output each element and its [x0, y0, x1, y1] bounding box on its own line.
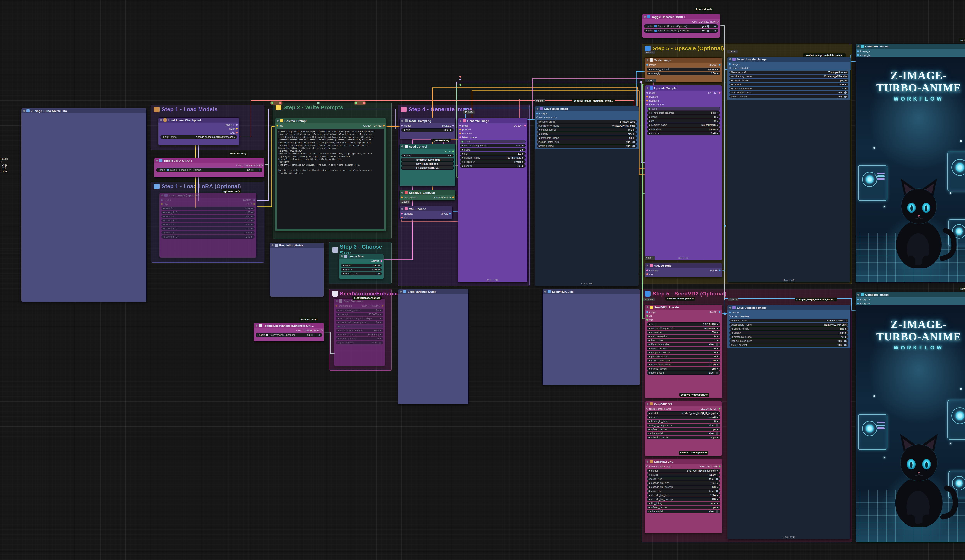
node-generate-image[interactable]: Generate ImagemodelLATENTpositivenegativ…	[458, 118, 528, 282]
port-dot[interactable]	[719, 92, 721, 94]
decrement-arrow[interactable]: ◀	[648, 364, 650, 366]
increment-arrow[interactable]: ▶	[717, 360, 718, 362]
widget-1012319283117557[interactable]: ♻ 1012319283117557	[401, 166, 453, 170]
widget-cache-model[interactable]: cache_modelfalse	[647, 432, 720, 435]
widget-new-fixed-random[interactable]: New Fixed Random	[401, 162, 453, 166]
decrement-arrow[interactable]: ◀	[163, 216, 165, 217]
increment-arrow[interactable]: ▶	[380, 338, 381, 340]
port-dot[interactable]	[646, 319, 648, 321]
decrement-arrow[interactable]: ◀	[648, 72, 650, 74]
toggle-dot[interactable]	[844, 344, 847, 346]
collapse-dot[interactable]	[536, 108, 538, 109]
node-lora-stack[interactable]: LoRA Stack (Optional)modelMODELclipCLIP◀…	[159, 193, 257, 258]
node-header[interactable]: Generate Image	[458, 118, 527, 123]
widget-n-noise-on-beginning-steps[interactable]: ◀n ... noise on beginning steps▶	[336, 317, 383, 320]
output-port-opt-connection[interactable]: OPT_CONNECTION	[296, 329, 323, 332]
port-dot[interactable]	[382, 305, 384, 307]
port-dot[interactable]	[261, 165, 263, 167]
output-port-model[interactable]: MODEL	[243, 199, 255, 202]
note-seed-variance-guide[interactable]: Seed Variance Guide	[398, 289, 469, 405]
decrement-arrow[interactable]: ◀	[338, 322, 339, 323]
collapse-dot[interactable]	[255, 325, 257, 327]
increment-arrow[interactable]: ▶	[378, 273, 380, 274]
port-dot[interactable]	[719, 64, 721, 66]
node-compare-images-top[interactable]: Compare Imagesimage_aimage_b Z-IMAGE- TU…	[855, 44, 965, 282]
port-dot[interactable]	[161, 203, 163, 205]
node-toggle-lora[interactable]: Toggle LoRA ON/OFFOPT_CONNECTIONEnableSt…	[154, 158, 264, 178]
input-port-images[interactable]: images	[536, 112, 547, 115]
collapse-dot[interactable]	[460, 120, 461, 122]
decrement-arrow[interactable]: ◀	[648, 68, 650, 70]
output-port-latent[interactable]: LATENT	[514, 124, 526, 127]
widget-model[interactable]: ◀modelseedvr2_ema_3b-Q4_K_M.gguf▶	[647, 411, 720, 415]
port-dot[interactable]	[646, 269, 648, 271]
output-port-model[interactable]: MODEL	[226, 124, 238, 126]
input-port-torch-compile-args[interactable]: torch_compile_args	[646, 465, 671, 468]
toggle-dot[interactable]	[311, 334, 313, 336]
toggle-dot[interactable]	[844, 96, 847, 98]
output-port-latent[interactable]: LATENT	[370, 260, 382, 263]
widget-blocks-to-swap[interactable]: ◀blocks_to_swap0▶	[647, 420, 720, 423]
decrement-arrow[interactable]: ◀	[343, 273, 344, 274]
decrement-arrow[interactable]: ◀	[338, 330, 339, 331]
node-seedvr2-vae[interactable]: SeedVR2 VAEtorch_compile_argsSEEDVR2_VAE…	[644, 459, 722, 533]
increment-arrow[interactable]: ▶	[450, 155, 452, 157]
node-header[interactable]: Save Upscaled Image	[728, 57, 851, 62]
widget-encode-tiled[interactable]: encode_tiledtrue	[647, 477, 720, 481]
port-dot[interactable]	[236, 132, 238, 134]
node-save-seedvr2-image[interactable]: Save Upscaled Imageimagesextra_metadataf…	[727, 305, 851, 539]
output-port-conditioning[interactable]: CONDITIONING	[432, 196, 454, 199]
widget-include-batch-num[interactable]: include_batch_numtrue	[729, 91, 849, 95]
widget-lora-02[interactable]: ◀lora_02None▶	[161, 215, 255, 218]
decrement-arrow[interactable]: ◀	[163, 212, 165, 214]
widget-seed[interactable]: seed	[336, 325, 383, 328]
widget-randomize-percent[interactable]: ◀randomize_percent30▶	[336, 309, 383, 312]
widget-batch-size[interactable]: ◀batch_size1▶	[647, 339, 720, 342]
increment-arrow[interactable]: ▶	[845, 332, 847, 334]
port-dot[interactable]	[253, 203, 255, 205]
output-port-image[interactable]: IMAGE	[710, 64, 721, 66]
collapse-dot[interactable]	[646, 306, 648, 308]
widget-seed[interactable]: seed	[460, 140, 525, 144]
port-dot[interactable]	[719, 465, 721, 467]
toggle-dot[interactable]	[716, 372, 718, 374]
node-seedvr2-upscale[interactable]: SeedVR2 UpscaleimageIMAGEditvae◀seed2582…	[644, 305, 722, 398]
node-model-sampling[interactable]: Model SamplingmodelMODEL◀shift3.00▶	[399, 118, 456, 139]
node-header[interactable]: Toggle LoRA ON/OFF	[154, 158, 264, 163]
node-save-base-image[interactable]: Save Base Imageimagesextra_metadatafilen…	[535, 106, 639, 286]
increment-arrow[interactable]: ▶	[378, 269, 380, 271]
input-port-positive[interactable]: positive	[646, 95, 658, 98]
increment-arrow[interactable]: ▶	[251, 212, 253, 214]
widget-seed[interactable]: ◀seed2582561120▶	[647, 322, 720, 326]
decrement-arrow[interactable]: ◀	[731, 83, 733, 85]
widget-attention-mode[interactable]: ◀attention_modesdpa▶	[647, 436, 720, 439]
node-header[interactable]: Toggle Upscaler ON/OFF	[642, 14, 720, 19]
widget-steps[interactable]: ◀steps8▶	[647, 115, 720, 119]
widget-prepend-frames[interactable]: ◀prepend_frames0▶	[647, 355, 720, 358]
widget-max-resolution[interactable]: ◀max_resolution0▶	[647, 335, 720, 338]
increment-arrow[interactable]: ▶	[717, 348, 718, 349]
widget-tile-debug[interactable]: ◀tile_debugfalse▶	[647, 501, 720, 505]
widget-subdirectory-name[interactable]: subdirectory_name%date:yyyy-MM-dd%	[537, 124, 637, 127]
node-header[interactable]: Model Sampling	[399, 118, 455, 123]
decrement-arrow[interactable]: ◀	[648, 436, 650, 438]
decrement-arrow[interactable]: ◀	[648, 352, 650, 354]
collapse-dot[interactable]	[161, 194, 163, 196]
node-header[interactable]: Image Size	[339, 254, 384, 259]
decrement-arrow[interactable]: ◀	[538, 133, 540, 135]
collapse-dot[interactable]	[401, 192, 403, 194]
widget-subdirectory-name[interactable]: subdirectory_name%date:yyyy-MM-dd%	[729, 75, 849, 78]
output-port-seedvr2-vae[interactable]: SEEDVR2_VAE	[700, 465, 721, 468]
node-header[interactable]: Upscale Sampler	[645, 85, 722, 90]
input-port-vae[interactable]: vae	[646, 273, 653, 276]
node-header[interactable]: Compare Images	[856, 44, 965, 49]
node-seedvr2-dit[interactable]: SeedVR2 DiTtorch_compile_argsSEEDVR2_DIT…	[644, 401, 722, 456]
node-header[interactable]: LoRA Stack (Optional)	[159, 193, 257, 198]
input-port-latent-image[interactable]: latent_image	[646, 103, 664, 106]
decrement-arrow[interactable]: ◀	[163, 232, 165, 234]
decrement-arrow[interactable]: ◀	[648, 506, 650, 508]
output-port-vae[interactable]: VAE	[230, 131, 238, 134]
widget-log-to-console[interactable]: log_to_consolefalse	[336, 341, 383, 344]
increment-arrow[interactable]: ▶	[845, 336, 847, 338]
increment-arrow[interactable]: ▶	[717, 120, 718, 122]
